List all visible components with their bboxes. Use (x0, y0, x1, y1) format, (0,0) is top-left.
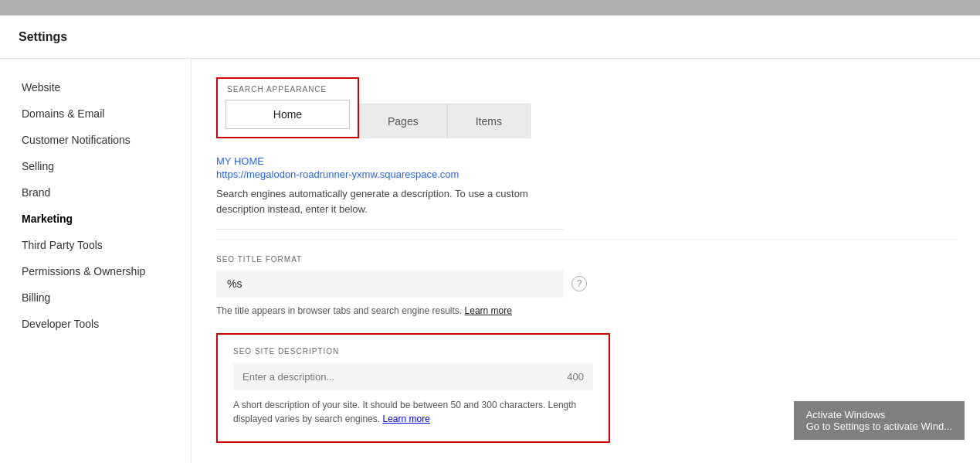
sidebar-item-website[interactable]: Website (0, 74, 191, 100)
sidebar-item-domains-email[interactable]: Domains & Email (0, 100, 191, 127)
site-info-row: MY HOME https://megalodon-roadrunner-yxm… (216, 138, 955, 240)
content-area: SEARCH APPEARANCE Home Pages Items MY HO… (192, 59, 980, 463)
my-home-link[interactable]: MY HOME (216, 155, 955, 167)
search-appearance-section: SEARCH APPEARANCE Home Pages Items (192, 59, 980, 138)
content-inner: MY HOME https://megalodon-roadrunner-yxm… (192, 138, 980, 443)
sidebar-item-developer-tools[interactable]: Developer Tools (0, 311, 191, 337)
app-title: Settings (19, 30, 67, 44)
auto-desc-text: Search engines automatically generate a … (216, 186, 564, 230)
seo-desc-input-row: 400 (233, 363, 593, 390)
seo-title-format-row: ? (216, 270, 955, 298)
seo-title-format-block: SEO TITLE FORMAT ? The title appears in … (216, 255, 955, 318)
seo-title-learn-more-link[interactable]: Learn more (465, 305, 512, 316)
tabs-wrapper: SEARCH APPEARANCE Home Pages Items (216, 77, 955, 138)
top-bar (0, 0, 980, 15)
tab-home[interactable]: Home (226, 100, 350, 129)
seo-desc-char-count: 400 (567, 371, 584, 383)
seo-site-description-section: SEO SITE DESCRIPTION 400 A short descrip… (216, 333, 610, 443)
seo-desc-label: SEO SITE DESCRIPTION (233, 347, 593, 356)
seo-desc-hint: A short description of your site. It sho… (233, 398, 593, 426)
tab-items[interactable]: Items (447, 104, 531, 138)
sidebar-item-permissions-ownership[interactable]: Permissions & Ownership (0, 258, 191, 284)
tab-pages[interactable]: Pages (359, 104, 447, 138)
sidebar-item-third-party-tools[interactable]: Third Party Tools (0, 232, 191, 258)
seo-title-format-input[interactable] (216, 270, 564, 298)
sidebar-item-marketing[interactable]: Marketing (0, 206, 191, 232)
sidebar-item-brand[interactable]: Brand (0, 179, 191, 206)
seo-desc-input[interactable] (242, 371, 561, 383)
sidebar-item-billing[interactable]: Billing (0, 284, 191, 311)
seo-title-format-label: SEO TITLE FORMAT (216, 255, 955, 264)
seo-title-help-icon[interactable]: ? (571, 276, 587, 291)
seo-title-hint: The title appears in browser tabs and se… (216, 304, 564, 318)
search-appearance-label: SEARCH APPEARANCE (218, 79, 358, 95)
seo-desc-learn-more-link[interactable]: Learn more (382, 414, 429, 424)
sidebar: Website Domains & Email Customer Notific… (0, 59, 192, 463)
home-box: SEARCH APPEARANCE Home (216, 77, 359, 138)
app-header: Settings (0, 15, 980, 59)
sidebar-item-selling[interactable]: Selling (0, 153, 191, 179)
sidebar-item-customer-notifications[interactable]: Customer Notifications (0, 127, 191, 153)
main-layout: Website Domains & Email Customer Notific… (0, 59, 980, 463)
site-url[interactable]: https://megalodon-roadrunner-yxmw.square… (216, 169, 955, 180)
